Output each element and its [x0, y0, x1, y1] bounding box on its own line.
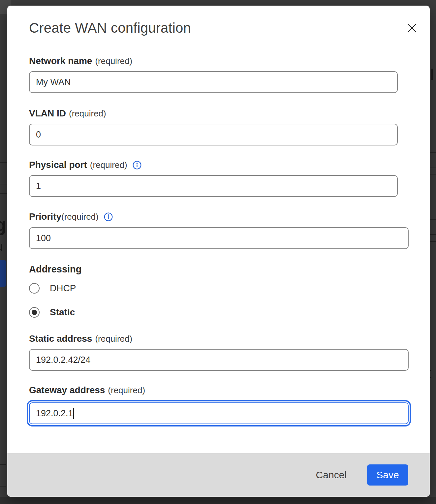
cancel-button[interactable]: Cancel: [311, 466, 352, 484]
field-label-text: Static address: [29, 333, 92, 344]
required-hint: (required): [108, 385, 145, 396]
background-table-line: [430, 152, 436, 153]
background-table-line: [430, 219, 436, 220]
field-priority: Priority (required): [29, 211, 430, 249]
background-table-line: [0, 486, 6, 487]
radio-button-unselected[interactable]: [29, 283, 40, 294]
required-hint: (required): [95, 333, 132, 344]
required-hint: (required): [69, 108, 106, 119]
background-button-fragment: [0, 260, 6, 287]
info-icon[interactable]: [104, 212, 113, 221]
background-table-line: [430, 241, 436, 242]
addressing-heading: Addressing: [29, 264, 430, 275]
physical-port-input[interactable]: [29, 175, 398, 197]
save-button[interactable]: Save: [367, 464, 408, 486]
required-hint: (required): [61, 211, 99, 222]
radio-option-dhcp[interactable]: DHCP: [29, 283, 430, 294]
background-text-fragment: g: [0, 215, 6, 234]
field-label: VLAN ID (required): [29, 108, 430, 119]
background-table-line: [0, 193, 7, 194]
radio-label: Static: [50, 307, 75, 318]
background-table-line: [0, 162, 7, 163]
vlan-id-input[interactable]: [29, 124, 398, 145]
field-label-text: Network name: [29, 55, 92, 67]
network-name-input[interactable]: [29, 71, 398, 93]
modal-footer: Cancel Save: [7, 453, 430, 497]
modal-body: Create WAN configuration Network name (r…: [7, 6, 430, 453]
field-vlan-id: VLAN ID (required): [29, 108, 430, 145]
radio-label: DHCP: [50, 283, 76, 294]
field-label-text: Gateway address: [29, 385, 105, 396]
field-physical-port: Physical port (required): [29, 159, 430, 197]
focused-input-wrapper: [29, 402, 409, 424]
gateway-address-input[interactable]: [29, 402, 409, 424]
text-cursor: [73, 408, 74, 419]
field-label: Physical port (required): [29, 159, 430, 171]
required-hint: (required): [90, 159, 127, 171]
field-label: Network name (required): [29, 55, 430, 67]
background-table-line: [0, 464, 6, 465]
field-network-name: Network name (required): [29, 55, 430, 93]
background-table-line: [430, 168, 436, 168]
field-label-text: VLAN ID: [29, 108, 66, 119]
info-icon[interactable]: [133, 161, 141, 170]
field-label: Static address (required): [29, 333, 430, 344]
required-hint: (required): [95, 55, 132, 67]
background-table-line: [0, 184, 7, 184]
radio-option-static[interactable]: Static: [29, 307, 430, 318]
background-text-fragment: u: [0, 240, 3, 253]
priority-input[interactable]: [29, 227, 409, 249]
background-mark: [431, 69, 433, 80]
static-address-input[interactable]: [29, 349, 409, 371]
background-bottom-strip: [0, 497, 436, 504]
background-table-line: [430, 234, 436, 235]
field-label-text: Priority: [29, 211, 61, 222]
page-title: Create WAN configuration: [29, 20, 430, 36]
radio-button-selected[interactable]: [29, 307, 40, 318]
field-label: Gateway address (required): [29, 385, 430, 396]
field-gateway-address: Gateway address (required): [29, 385, 430, 424]
field-static-address: Static address (required): [29, 333, 430, 371]
background-table-line: [430, 174, 436, 174]
field-label: Priority (required): [29, 211, 430, 222]
create-wan-modal: Create WAN configuration Network name (r…: [7, 6, 430, 497]
field-label-text: Physical port: [29, 159, 87, 171]
